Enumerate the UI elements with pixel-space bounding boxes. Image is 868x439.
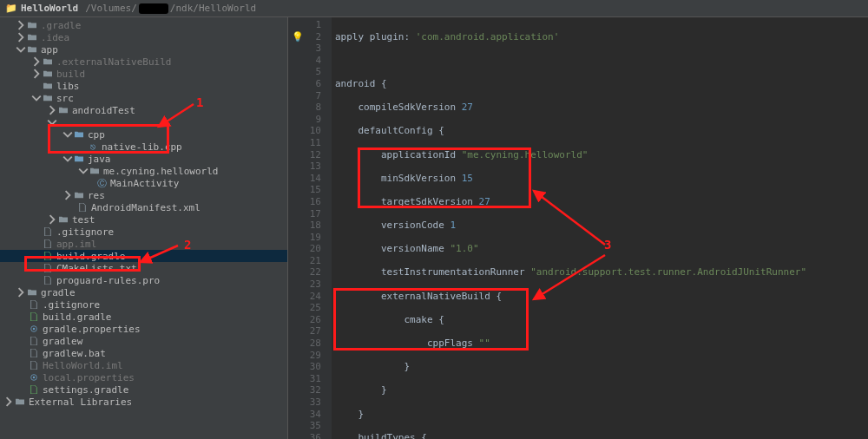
tree-cpp[interactable]: cpp — [0, 128, 287, 141]
tree-native-lib[interactable]: ⎋native-lib.cpp — [0, 141, 287, 153]
tree-manifest[interactable]: AndroidManifest.xml — [0, 201, 287, 213]
tree-settingsgradle[interactable]: settings.gradle — [0, 383, 287, 396]
tree-gradle-folder[interactable]: gradle — [0, 286, 287, 298]
tree-cmakelists[interactable]: CMakeLists.txt — [0, 262, 287, 274]
tree-main-hidden[interactable] — [0, 116, 287, 128]
tree-libs[interactable]: libs — [0, 80, 287, 92]
tree-gradle[interactable]: .gradle — [0, 19, 287, 31]
tree-app[interactable]: app — [0, 43, 287, 56]
project-icon: 📁 — [5, 3, 17, 14]
code-editor[interactable]: apply plugin: 'com.android.application' … — [332, 17, 868, 439]
annotation-2: 2 — [184, 238, 191, 252]
tree-idea[interactable]: .idea — [0, 31, 287, 43]
tree-gitignore2[interactable]: .gitignore — [0, 298, 287, 311]
tree-proguard[interactable]: proguard-rules.pro — [0, 274, 287, 286]
tree-build[interactable]: build — [0, 68, 287, 80]
tree-extbuild[interactable]: .externalNativeBuild — [0, 56, 287, 68]
title-bar: 📁 HelloWorld /Volumes//ndk/HelloWorld — [0, 0, 868, 17]
tree-gradlew[interactable]: gradlew — [0, 335, 287, 347]
tree-buildgradle2[interactable]: build.gradle — [0, 311, 287, 323]
tree-localprops[interactable]: local.properties — [0, 371, 287, 383]
tree-test[interactable]: test — [0, 213, 287, 226]
tree-androidtest[interactable]: androidTest — [0, 104, 287, 116]
tree-extlibs[interactable]: External Libraries — [0, 396, 287, 408]
tree-gradlewbat[interactable]: gradlew.bat — [0, 347, 287, 359]
tree-res[interactable]: res — [0, 189, 287, 201]
tree-gitignore[interactable]: .gitignore — [0, 226, 287, 238]
tree-pkg[interactable]: me.cyning.helloworld — [0, 165, 287, 177]
tree-gradleprops[interactable]: gradle.properties — [0, 323, 287, 335]
tree-java[interactable]: java — [0, 153, 287, 165]
annotation-3: 3 — [604, 239, 611, 252]
tree-hwiml[interactable]: HelloWorld.iml — [0, 359, 287, 371]
project-path: /Volumes//ndk/HelloWorld — [85, 3, 256, 14]
project-title: HelloWorld — [21, 3, 78, 14]
tree-mainactivity[interactable]: ⒸMainActivity — [0, 177, 287, 189]
tree-buildgradle[interactable]: build.gradle — [0, 250, 287, 262]
tree-appiml[interactable]: app.iml — [0, 238, 287, 250]
annotation-1: 1 — [196, 95, 203, 109]
project-tree[interactable]: .gradle .idea app .externalNativeBuild b… — [0, 17, 288, 439]
tree-src[interactable]: src — [0, 92, 287, 104]
editor-gutter: 💡 12345 678910 1112131415 1617181920 212… — [288, 17, 332, 439]
hint-bulb-icon[interactable]: 💡 — [292, 31, 304, 43]
